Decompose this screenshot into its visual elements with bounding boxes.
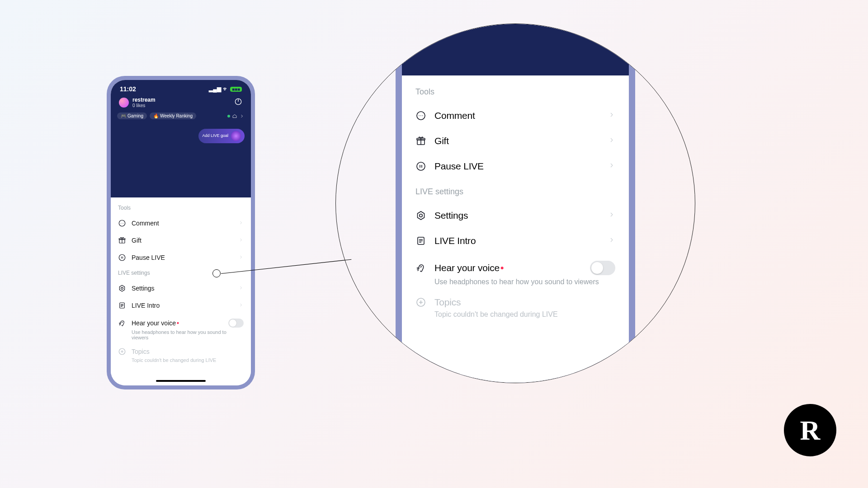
- brand-letter: R: [800, 414, 821, 446]
- big-row-pause-label: Pause LIVE: [434, 161, 600, 172]
- row-intro[interactable]: LIVE Intro: [118, 297, 244, 314]
- row-pause-label: Pause LIVE: [132, 254, 233, 261]
- chevron-right-icon: [238, 302, 244, 309]
- new-dot-icon: •: [177, 319, 179, 327]
- chevron-right-icon: [238, 237, 244, 244]
- big-row-comment-label: Comment: [434, 110, 600, 121]
- intro-icon: [415, 235, 426, 246]
- phone-big-frame: Tools Comment Gift Pause LIVE LIVE setti: [396, 23, 635, 383]
- connector-dot: [212, 269, 221, 277]
- chevron-right-icon: [238, 220, 244, 227]
- phone-big-screen: Tools Comment Gift Pause LIVE LIVE setti: [402, 23, 629, 383]
- comment-icon: [415, 110, 426, 121]
- live-header: 11:02 ▂▄▆ ᯤ ■■■ restream 0 likes: [111, 80, 251, 197]
- tags-row: 🎮Gaming 🔥Weekly Ranking: [111, 108, 251, 119]
- goal-swirl-icon: [231, 131, 241, 141]
- topics-sub: Topic couldn't be changed during LIVE: [132, 357, 244, 363]
- brand-logo: R: [784, 404, 836, 456]
- big-section-live-settings: LIVE settings: [415, 187, 615, 197]
- tag-ranking-label: Weekly Ranking: [160, 113, 193, 118]
- row-settings-label: Settings: [132, 285, 233, 292]
- ear-icon: [415, 263, 426, 273]
- fire-emoji-icon: 🔥: [153, 113, 159, 118]
- row-gift-label: Gift: [132, 237, 233, 244]
- status-dot-icon: [227, 115, 230, 117]
- big-row-comment[interactable]: Comment: [415, 103, 615, 128]
- row-gift[interactable]: Gift: [118, 232, 244, 249]
- user-row: restream 0 likes: [111, 93, 251, 108]
- gift-icon: [415, 136, 426, 146]
- row-settings[interactable]: Settings: [118, 280, 244, 297]
- add-live-goal-button[interactable]: Add LIVE goal: [198, 129, 245, 143]
- big-row-gift-label: Gift: [434, 136, 600, 146]
- intro-icon: [118, 301, 126, 310]
- wifi-icon: ᯤ: [223, 86, 228, 92]
- signal-icon: ▂▄▆: [209, 86, 221, 92]
- power-button[interactable]: [234, 97, 243, 108]
- row-pause[interactable]: Pause LIVE: [118, 249, 244, 266]
- avatar: [119, 98, 129, 108]
- chevron-right-icon: [608, 211, 615, 220]
- chevron-right-icon: [238, 285, 244, 292]
- big-topics-sub: Topic couldn't be changed during LIVE: [434, 310, 615, 319]
- tag-gaming[interactable]: 🎮Gaming: [117, 113, 147, 119]
- gift-icon: [118, 236, 126, 244]
- big-row-intro[interactable]: LIVE Intro: [415, 228, 615, 253]
- big-header: [402, 23, 629, 75]
- section-tools: Tools: [118, 205, 244, 211]
- plus-circle-icon: [415, 297, 426, 308]
- row-comment-label: Comment: [132, 220, 233, 227]
- hear-voice-sub: Use headphones to hear how you sound to …: [132, 329, 244, 340]
- plus-circle-icon: [118, 347, 126, 356]
- gaming-emoji-icon: 🎮: [121, 113, 126, 118]
- ear-icon: [118, 319, 126, 327]
- chevron-right-icon: [608, 136, 615, 145]
- home-indicator[interactable]: [156, 380, 206, 382]
- battery-icon: ■■■: [230, 87, 242, 92]
- tag-ranking[interactable]: 🔥Weekly Ranking: [150, 113, 196, 119]
- phone-small-frame: 11:02 ▂▄▆ ᯤ ■■■ restream 0 likes: [107, 76, 255, 389]
- tag-gaming-label: Gaming: [127, 113, 143, 118]
- big-row-settings[interactable]: Settings: [415, 203, 615, 228]
- status-right: ▂▄▆ ᯤ ■■■: [209, 86, 242, 92]
- status-time: 11:02: [120, 85, 136, 93]
- big-settings-panel: Tools Comment Gift Pause LIVE LIVE setti: [402, 75, 629, 383]
- chevron-right-icon: [239, 113, 245, 119]
- chevron-right-icon: [608, 162, 615, 171]
- row-topics-label: Topics: [132, 348, 244, 355]
- settings-panel: Tools Comment Gift Pause LIVE LIVE setti…: [111, 197, 251, 385]
- username: restream: [132, 97, 156, 103]
- header-actions[interactable]: [227, 113, 245, 119]
- big-section-tools: Tools: [415, 87, 615, 97]
- new-dot-icon: •: [500, 263, 504, 273]
- home-icon: [232, 113, 237, 119]
- settings-icon: [118, 284, 126, 292]
- goal-label: Add LIVE goal: [202, 134, 228, 138]
- likes-count: 0 likes: [132, 103, 156, 108]
- big-row-gift[interactable]: Gift: [415, 128, 615, 154]
- row-hear-label: Hear your voice•: [132, 319, 223, 327]
- big-row-settings-label: Settings: [434, 210, 600, 221]
- comment-icon: [118, 219, 126, 227]
- row-intro-label: LIVE Intro: [132, 302, 233, 309]
- row-comment[interactable]: Comment: [118, 215, 244, 232]
- chevron-right-icon: [608, 236, 615, 245]
- big-row-intro-label: LIVE Intro: [434, 235, 600, 246]
- user-info[interactable]: restream 0 likes: [119, 97, 156, 108]
- pause-icon: [118, 253, 126, 262]
- detail-circle: Tools Comment Gift Pause LIVE LIVE setti: [335, 23, 695, 383]
- big-hear-voice-toggle[interactable]: [590, 261, 615, 275]
- big-row-pause[interactable]: Pause LIVE: [415, 154, 615, 179]
- big-row-hear-label: Hear your voice•: [434, 263, 582, 273]
- status-bar: 11:02 ▂▄▆ ᯤ ■■■: [111, 80, 251, 93]
- phone-small-screen: 11:02 ▂▄▆ ᯤ ■■■ restream 0 likes: [111, 80, 251, 385]
- chevron-right-icon: [238, 254, 244, 261]
- chevron-right-icon: [608, 111, 615, 120]
- hear-voice-toggle[interactable]: [228, 319, 244, 328]
- pause-icon: [415, 161, 426, 172]
- big-row-topics-label: Topics: [434, 297, 615, 308]
- big-hear-voice-sub: Use headphones to hear how you sound to …: [434, 278, 615, 286]
- settings-icon: [415, 210, 426, 221]
